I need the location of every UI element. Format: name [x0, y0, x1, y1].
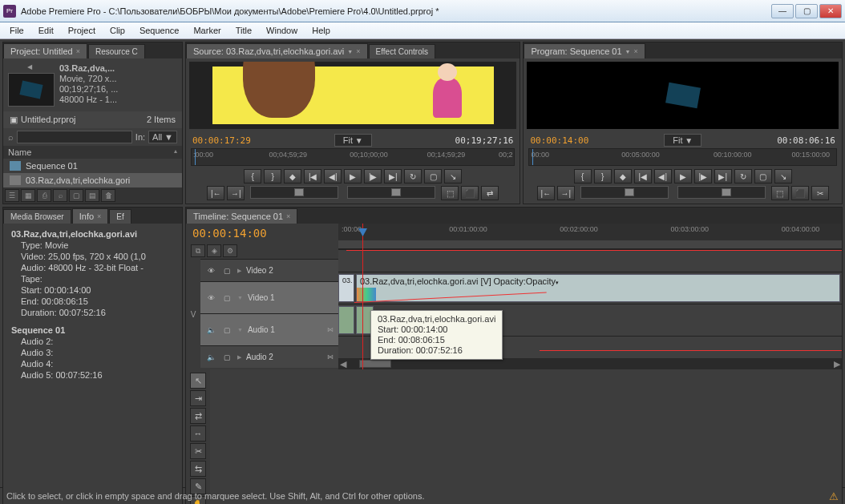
- tab-resource[interactable]: Resource C: [88, 44, 145, 58]
- lock-icon[interactable]: ▢: [221, 265, 232, 276]
- source-viewer[interactable]: [189, 62, 516, 129]
- menu-window[interactable]: Window: [260, 24, 304, 37]
- close-icon[interactable]: ×: [97, 212, 101, 220]
- dropdown-icon[interactable]: ▼: [347, 49, 353, 54]
- track-header-audio2[interactable]: 🔈▢ ▶Audio 2⋈: [200, 345, 338, 368]
- fit-select[interactable]: Fit ▼: [334, 134, 372, 147]
- eye-icon[interactable]: 👁: [205, 265, 216, 276]
- tab-info[interactable]: Info×: [72, 208, 109, 224]
- loop-button[interactable]: ↻: [734, 169, 752, 183]
- menu-marker[interactable]: Marker: [187, 24, 227, 37]
- source-tc-in[interactable]: 00:00:17:29: [192, 135, 251, 146]
- prev-edit-button[interactable]: |←: [537, 186, 555, 200]
- shuttle-slider[interactable]: [677, 186, 766, 199]
- track-select-tool[interactable]: ⇥: [190, 390, 206, 406]
- playhead[interactable]: [362, 224, 363, 369]
- ripple-edit-tool[interactable]: ⇄: [190, 408, 206, 424]
- video-clip[interactable]: 03.: [338, 274, 354, 302]
- marker-button[interactable]: ◆: [284, 169, 301, 183]
- step-back-button[interactable]: ◀|: [324, 169, 342, 183]
- timeline-timecode[interactable]: 00:00:14:00: [192, 227, 267, 240]
- warning-icon[interactable]: ⚠: [829, 490, 839, 502]
- output-button[interactable]: ↘: [444, 169, 462, 183]
- extract-button[interactable]: ⬛: [791, 186, 809, 200]
- step-fwd-button[interactable]: |▶: [364, 169, 382, 183]
- program-time-ruler[interactable]: 00:00 00:05:00:00 00:10:00:00 00:15:00:0…: [528, 148, 837, 166]
- toggle-take-button[interactable]: ⇄: [481, 186, 499, 200]
- razor-tool[interactable]: ✂: [190, 443, 206, 459]
- list-item[interactable]: Sequence 01: [3, 159, 182, 173]
- lock-icon[interactable]: ▢: [221, 292, 232, 304]
- track-header-video1[interactable]: 👁▢ ▼Video 1: [200, 281, 338, 313]
- icon-view-button[interactable]: ▦: [21, 189, 35, 202]
- output-button[interactable]: ↘: [774, 169, 792, 183]
- step-fwd-button[interactable]: |▶: [694, 169, 712, 183]
- maximize-button[interactable]: ▢: [795, 4, 818, 18]
- search-icon[interactable]: ⌕: [8, 132, 14, 142]
- speaker-icon[interactable]: 🔈: [205, 325, 216, 336]
- menu-sequence[interactable]: Sequence: [133, 24, 186, 37]
- timeline-ruler[interactable]: :00:00 00:01:00:00 00:02:00:00 00:03:00:…: [338, 224, 842, 249]
- eye-icon[interactable]: 👁: [205, 292, 216, 304]
- tab-source[interactable]: Source: 03.Raz,dva,tri,elochka.gori.avi …: [186, 43, 368, 58]
- tab-project[interactable]: Project: Untitled×: [3, 43, 87, 58]
- lift-button[interactable]: ⬚: [771, 186, 789, 200]
- go-in-button[interactable]: |◀: [304, 169, 321, 183]
- go-in-button[interactable]: |◀: [634, 169, 652, 183]
- marker-button[interactable]: ◆: [614, 169, 632, 183]
- shuttle-slider[interactable]: [347, 186, 435, 199]
- close-icon[interactable]: ×: [286, 212, 290, 220]
- menu-project[interactable]: Project: [62, 24, 102, 37]
- filter-select[interactable]: All ▼: [148, 131, 177, 143]
- safe-margins-button[interactable]: ▢: [424, 169, 442, 183]
- insert-button[interactable]: ⬚: [441, 186, 459, 200]
- minimize-button[interactable]: —: [771, 4, 794, 18]
- go-out-button[interactable]: ▶|: [714, 169, 732, 183]
- tab-effect-controls[interactable]: Effect Controls: [369, 44, 435, 58]
- lock-icon[interactable]: ▢: [221, 325, 232, 336]
- play-button[interactable]: ▶: [674, 169, 692, 183]
- track-header-audio1[interactable]: 🔈▢ ▼Audio 1⋈: [200, 313, 338, 345]
- list-item[interactable]: 03.Raz,dva,tri,elochka.gori: [3, 173, 182, 187]
- menu-clip[interactable]: Clip: [103, 24, 131, 37]
- dropdown-icon[interactable]: ▼: [625, 49, 631, 54]
- audio-clip[interactable]: [338, 306, 354, 334]
- trim-button[interactable]: ✂: [811, 186, 829, 200]
- delete-button[interactable]: 🗑: [101, 189, 115, 202]
- tab-media-browser[interactable]: Media Browser: [3, 209, 71, 224]
- program-tc-current[interactable]: 00:00:14:00: [530, 135, 588, 146]
- track-lane-video2[interactable]: [338, 249, 842, 272]
- menu-file[interactable]: File: [3, 24, 30, 37]
- track-header-video2[interactable]: 👁▢ ▶Video 2: [200, 259, 338, 281]
- close-icon[interactable]: ×: [356, 47, 360, 55]
- arrow-left-icon[interactable]: ◀: [27, 63, 35, 71]
- snap-button[interactable]: ⧉: [191, 244, 205, 257]
- overlay-button[interactable]: ⬛: [461, 186, 479, 200]
- horizontal-scrollbar[interactable]: ◀▶: [338, 358, 842, 369]
- column-name[interactable]: Name: [8, 147, 31, 157]
- jog-slider[interactable]: [580, 186, 669, 199]
- tab-timeline[interactable]: Timeline: Sequence 01×: [186, 208, 297, 224]
- marker-set-button[interactable]: ◈: [207, 244, 221, 257]
- next-edit-button[interactable]: →|: [557, 186, 575, 200]
- go-out-button[interactable]: ▶|: [384, 169, 402, 183]
- timeline-tracks-area[interactable]: :00:00 00:01:00:00 00:02:00:00 00:03:00:…: [338, 224, 842, 369]
- sort-icon[interactable]: ▴: [174, 147, 177, 157]
- set-out-button[interactable]: }: [594, 169, 612, 183]
- close-button[interactable]: ✕: [819, 4, 842, 18]
- set-in-button[interactable]: {: [244, 169, 261, 183]
- menu-edit[interactable]: Edit: [32, 24, 60, 37]
- speaker-icon[interactable]: 🔈: [205, 352, 216, 363]
- new-bin-button[interactable]: ▢: [69, 189, 83, 202]
- close-icon[interactable]: ×: [634, 47, 638, 55]
- loop-button[interactable]: ↻: [404, 169, 422, 183]
- set-in-button[interactable]: {: [574, 169, 592, 183]
- tab-effects[interactable]: Ef: [109, 209, 131, 224]
- menu-title[interactable]: Title: [229, 24, 258, 37]
- menu-help[interactable]: Help: [305, 24, 337, 37]
- safe-margins-button[interactable]: ▢: [754, 169, 772, 183]
- fit-select[interactable]: Fit ▼: [664, 134, 701, 147]
- list-view-button[interactable]: ☰: [5, 189, 19, 202]
- rate-stretch-tool[interactable]: ↔: [190, 425, 206, 442]
- set-out-button[interactable]: }: [264, 169, 281, 183]
